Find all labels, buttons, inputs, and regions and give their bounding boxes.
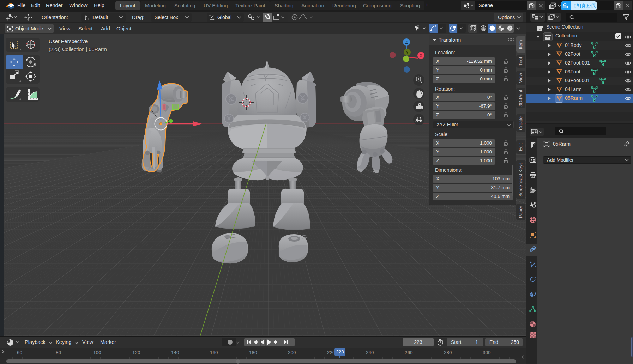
svg-text:Z: Z (405, 40, 408, 45)
svg-text:Y: Y (406, 50, 409, 55)
svg-text:X: X (420, 53, 423, 58)
